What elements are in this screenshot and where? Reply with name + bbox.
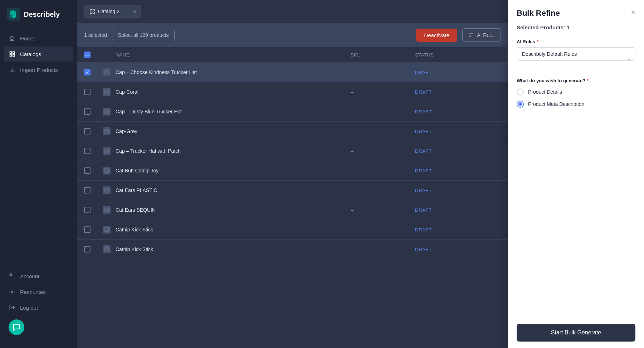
row-image-cell (103, 161, 116, 180)
svg-point-16 (106, 111, 106, 111)
row-image-cell (103, 220, 116, 239)
row-name: Catnip Kick Stick (116, 241, 351, 258)
row-sku: – (351, 182, 415, 199)
table-row[interactable]: Cap – Dusty Blue Trucker Hat – DRAFT (77, 102, 508, 122)
row-checkbox[interactable] (84, 207, 91, 213)
col-actions (472, 50, 501, 59)
sidebar-item-account[interactable]: Account (4, 269, 73, 284)
select-all-button[interactable]: Select all 199 products (112, 29, 175, 41)
panel-header: Bulk Refine × (508, 0, 644, 18)
catalog-selector[interactable]: Catalog 2 ▾ (84, 5, 141, 18)
deactivate-button[interactable]: Deactivate (416, 29, 457, 42)
row-checkbox[interactable] (84, 89, 91, 95)
ai-rules-select[interactable]: Describely Default Rules (517, 47, 635, 61)
logout-icon (9, 304, 16, 311)
row-status: DRAFT (415, 182, 472, 199)
row-checkbox[interactable] (84, 187, 91, 193)
table-row[interactable]: Catnip Kick Stick – DRAFT (77, 220, 508, 240)
generate-field-label: What do you wish to generate? * (517, 78, 635, 83)
svg-point-6 (11, 291, 13, 293)
row-actions (472, 204, 501, 216)
sidebar-item-catalogs[interactable]: Catalogs (4, 46, 73, 62)
row-checkbox-cell: ✓ (84, 63, 103, 81)
svg-point-18 (106, 130, 106, 131)
row-sku: – (351, 142, 415, 160)
sidebar-item-resources[interactable]: Resources (4, 284, 73, 299)
svg-point-22 (106, 170, 106, 170)
product-thumbnail (103, 226, 111, 234)
row-image-cell (103, 240, 116, 259)
row-name: Cap-Grey (116, 123, 351, 140)
sidebar-bottom: Account Resources Log out (0, 265, 77, 348)
svg-rect-9 (90, 12, 92, 14)
logo[interactable]: Describely (0, 0, 77, 31)
sidebar-nav: Home Catalogs Import Products (0, 31, 77, 265)
select-all-checkbox[interactable]: — (84, 52, 91, 58)
table-row[interactable]: Cap-Coral – DRAFT (77, 82, 508, 102)
start-bulk-generate-button[interactable]: Start Bulk Generate (517, 324, 635, 342)
radio-product-details[interactable]: Product Details (517, 88, 635, 95)
row-checkbox[interactable] (84, 108, 91, 115)
product-thumbnail (103, 68, 111, 76)
col-sku: SKU (351, 48, 415, 62)
table-row[interactable]: Catnip Kick Stick – DRAFT (77, 240, 508, 259)
svg-point-24 (106, 189, 106, 190)
describely-logo-icon (7, 8, 20, 21)
row-image-cell (103, 102, 116, 121)
table-row[interactable]: Cat Butt Catnip Toy – DRAFT (77, 161, 508, 181)
status-badge: DRAFT (415, 109, 432, 114)
row-checkbox[interactable] (84, 226, 91, 233)
row-checkbox[interactable] (84, 148, 91, 154)
row-actions (472, 106, 501, 117)
row-sku: – (351, 123, 415, 140)
product-thumbnail (103, 127, 111, 135)
svg-point-12 (106, 71, 106, 72)
status-badge: DRAFT (415, 168, 432, 173)
table-row[interactable]: Cat Ears SEQUIN – DRAFT (77, 200, 508, 220)
col-image (103, 50, 116, 59)
sidebar-item-import-products[interactable]: Import Products (4, 62, 73, 77)
radio-product-details-label: Product Details (528, 89, 562, 95)
row-actions (472, 67, 501, 78)
product-thumbnail (103, 147, 111, 155)
table-row[interactable]: Cap-Grey – DRAFT (77, 122, 508, 141)
chat-bubble-button[interactable] (9, 319, 24, 335)
table-row[interactable]: ✓ Cap – Choose Kindness Trucker Hat – DR… (77, 63, 508, 82)
row-checkbox[interactable] (84, 246, 91, 253)
table-row[interactable]: Cap – Trucker Hat with Patch – DRAFT (77, 141, 508, 161)
row-name: Cap – Trucker Hat with Patch (116, 142, 351, 160)
svg-rect-3 (10, 55, 11, 57)
catalog-icon (89, 9, 95, 14)
ai-rules-field-label: AI Rules * (517, 39, 635, 44)
sidebar-item-home[interactable]: Home (4, 31, 73, 46)
row-status: DRAFT (415, 221, 472, 238)
svg-rect-7 (90, 9, 92, 11)
row-sku: – (351, 221, 415, 238)
status-badge: DRAFT (415, 70, 432, 75)
status-badge: DRAFT (415, 247, 432, 252)
svg-rect-10 (93, 12, 94, 14)
selected-count-label: 1 selected (84, 32, 107, 38)
status-badge: DRAFT (415, 207, 432, 213)
col-name: Name (116, 48, 351, 62)
svg-point-20 (106, 150, 106, 151)
close-panel-button[interactable]: × (631, 9, 635, 16)
row-checkbox[interactable]: ✓ (84, 69, 91, 75)
resources-icon (9, 288, 16, 295)
row-checkbox[interactable] (84, 128, 91, 134)
row-checkbox-cell (84, 142, 103, 160)
radio-product-meta-description[interactable]: Product Meta Description (517, 101, 635, 108)
import-icon (9, 66, 16, 73)
row-name: Cat Butt Catnip Toy (116, 162, 351, 179)
product-thumbnail (103, 88, 111, 96)
sidebar-item-logout[interactable]: Log out (4, 300, 73, 315)
row-actions (472, 126, 501, 137)
product-thumbnail (103, 108, 111, 116)
row-status: DRAFT (415, 142, 472, 160)
ai-rules-button[interactable]: AI Rul... (462, 28, 501, 42)
row-checkbox[interactable] (84, 167, 91, 174)
row-status: DRAFT (415, 241, 472, 258)
home-icon (9, 35, 16, 42)
row-name: Catnip Kick Stick (116, 221, 351, 238)
table-row[interactable]: Cat Ears PLASTIC – DRAFT (77, 181, 508, 200)
